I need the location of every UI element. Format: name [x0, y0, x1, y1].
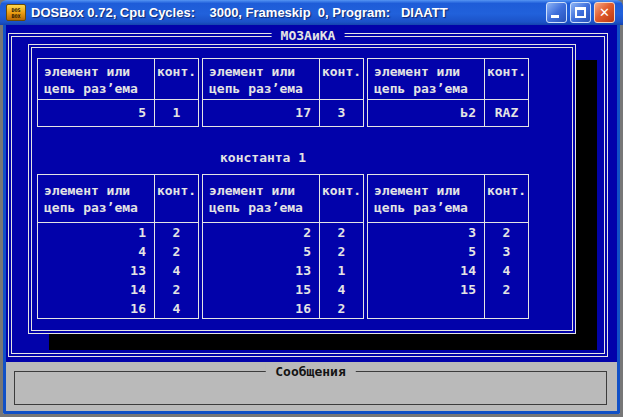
text-line: цепь раз’ема [209, 199, 319, 216]
element-header-cell: элемент илицепь раз’ема [368, 59, 485, 99]
text-line: 1 [155, 100, 198, 126]
close-icon: ✕ [595, 3, 614, 22]
text-line: элемент или [209, 63, 319, 80]
titlebar[interactable]: DOS BOX DOSBox 0.72, Cpu Cycles: 3000, F… [0, 0, 623, 25]
text-line: 2 [155, 223, 198, 242]
contact-values-cell: RAZ [485, 100, 528, 126]
text-line: 2 [485, 223, 528, 242]
text-line: 3 [368, 223, 476, 242]
connector-table-group: элемент илицепь раз’емаконт.173 [202, 58, 364, 127]
contact-values-cell: 22424 [155, 223, 198, 318]
text-line: 2 [155, 280, 198, 299]
text-line: 2 [320, 242, 363, 261]
element-header-cell: элемент илицепь раз’ема [203, 59, 320, 99]
text-line: Ь2 [368, 100, 476, 126]
text-line: 13 [38, 261, 146, 280]
contact-header-cell: конт. [155, 59, 198, 99]
table-data-row: 173 [203, 100, 363, 126]
text-line: элемент или [44, 63, 154, 80]
text-line: 4 [155, 261, 198, 280]
connector-table-group: элемент илицепь раз’емаконт.3514152342 [367, 174, 529, 319]
table-data-row: Ь2RAZ [368, 100, 528, 126]
text-line: 16 [203, 299, 311, 318]
connector-table-group: элемент илицепь раз’емаконт.51 [37, 58, 199, 127]
table-header-row: элемент илицепь раз’емаконт. [368, 175, 528, 223]
bottom-table: элемент илицепь раз’емаконт.141314162242… [37, 174, 529, 319]
text-line: 14 [38, 280, 146, 299]
element-header-cell: элемент илицепь раз’ема [203, 175, 320, 222]
minimize-button[interactable] [546, 2, 567, 23]
text-line: 2 [203, 223, 311, 242]
maximize-icon [575, 7, 586, 18]
maximize-button[interactable] [570, 2, 591, 23]
text-line: 13 [203, 261, 311, 280]
element-values-cell: 14131416 [38, 223, 155, 318]
text-line: 5 [38, 100, 146, 126]
text-line: 4 [38, 242, 146, 261]
element-header-cell: элемент илицепь раз’ема [38, 59, 155, 99]
mozaika-frame: МОЗАиКА элемент илицепь раз’емаконт.51эл… [8, 33, 608, 357]
minimize-icon [551, 15, 559, 18]
text-line: элемент или [374, 63, 484, 80]
contact-values-cell: 1 [155, 100, 198, 126]
contact-values-cell: 2342 [485, 223, 528, 318]
dosbox-window: DOS BOX DOSBox 0.72, Cpu Cycles: 3000, F… [0, 0, 623, 417]
text-line: 16 [38, 299, 146, 318]
text-line: элемент или [209, 182, 319, 199]
frame-title: МОЗАиКА [272, 28, 345, 43]
text-line: 5 [203, 242, 311, 261]
app-icon-text: BOX [11, 13, 20, 19]
text-line: 15 [368, 280, 476, 299]
text-line: цепь раз’ема [374, 199, 484, 216]
text-line: 4 [155, 299, 198, 318]
connector-table-group: элемент илицепь раз’емаконт.Ь2RAZ [367, 58, 529, 127]
text-line: 2 [320, 223, 363, 242]
element-header-cell: элемент илицепь раз’ема [368, 175, 485, 222]
text-line: 1 [320, 261, 363, 280]
text-line: 4 [485, 261, 528, 280]
text-line: 4 [320, 280, 363, 299]
text-line: элемент или [44, 182, 154, 199]
table-header-row: элемент илицепь раз’емаконт. [203, 175, 363, 223]
messages-box: Сообщения [14, 371, 607, 405]
messages-panel: Сообщения [3, 362, 620, 414]
contact-values-cell: 3 [320, 100, 363, 126]
element-values-cell: 5 [38, 100, 155, 126]
element-header-cell: элемент илицепь раз’ема [38, 175, 155, 222]
text-line: конт. [320, 63, 363, 80]
text-line: 14 [368, 261, 476, 280]
text-line: конт. [485, 63, 528, 80]
tables-panel: элемент илицепь раз’емаконт.51элемент ил… [28, 44, 576, 334]
table-header-row: элемент илицепь раз’емаконт. [38, 175, 198, 223]
text-line: 5 [368, 242, 476, 261]
text-line: цепь раз’ема [374, 80, 484, 97]
contact-header-cell: конт. [155, 175, 198, 222]
connector-table-group: элемент илицепь раз’емаконт.141314162242… [37, 174, 199, 319]
text-line: 17 [203, 100, 311, 126]
constant-label: константа 1 [220, 150, 306, 165]
table-data-row: 3514152342 [368, 223, 528, 318]
text-line: 3 [485, 242, 528, 261]
text-line: RAZ [485, 100, 528, 126]
element-values-cell: 17 [203, 100, 320, 126]
top-table: элемент илицепь раз’емаконт.51элемент ил… [37, 58, 529, 127]
text-line: цепь раз’ема [44, 199, 154, 216]
text-line: 2 [320, 299, 363, 318]
contact-header-cell: конт. [320, 175, 363, 222]
text-line: 2 [155, 242, 198, 261]
window-title: DOSBox 0.72, Cpu Cycles: 3000, Frameskip… [31, 5, 546, 20]
connector-table-group: элемент илицепь раз’емаконт.251315162214… [202, 174, 364, 319]
table-data-row: 2513151622142 [203, 223, 363, 318]
text-line: 1 [38, 223, 146, 242]
text-line: цепь раз’ема [44, 80, 154, 97]
text-line: 2 [485, 280, 528, 299]
window-controls: ✕ [546, 2, 615, 23]
contact-values-cell: 22142 [320, 223, 363, 318]
text-line: 15 [203, 280, 311, 299]
table-header-row: элемент илицепь раз’емаконт. [368, 59, 528, 100]
table-data-row: 1413141622424 [38, 223, 198, 318]
table-header-row: элемент илицепь раз’емаконт. [38, 59, 198, 100]
text-line: конт. [155, 63, 198, 80]
table-data-row: 51 [38, 100, 198, 126]
close-button[interactable]: ✕ [594, 2, 615, 23]
